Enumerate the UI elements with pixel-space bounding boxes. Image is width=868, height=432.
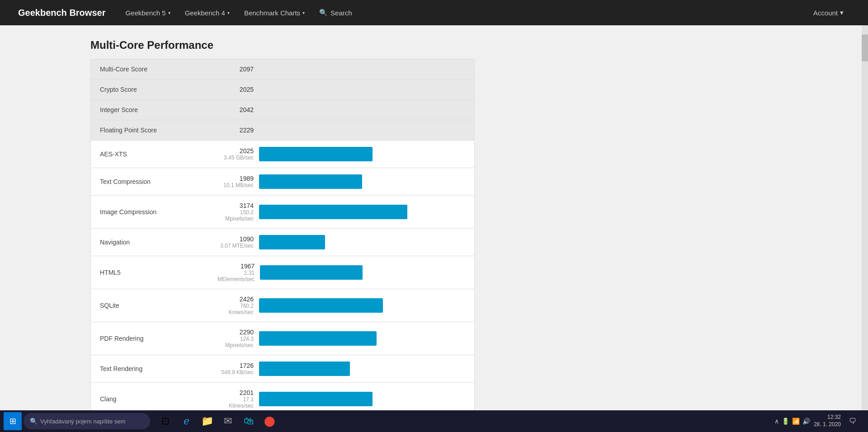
nav-benchmark-charts[interactable]: Benchmark Charts ▾ <box>238 5 311 20</box>
score-bar <box>259 362 350 376</box>
benchmark-sub: 124.3 Mpixels/sec <box>217 336 254 348</box>
score-bar <box>259 298 383 313</box>
taskbar-apps: ⊡ ℯ 📁 ✉ 🛍 ⬤ <box>156 411 279 431</box>
score-bar <box>259 331 377 346</box>
summary-row-integer: Integer Score 2042 <box>91 100 474 120</box>
score-label: Floating Point Score <box>100 127 217 134</box>
chevron-down-icon: ▾ <box>227 10 230 15</box>
benchmark-label: Text Compression <box>100 178 217 185</box>
score-bar <box>259 205 407 219</box>
score-bar-container <box>254 298 465 313</box>
benchmark-sub: 549.9 KB/sec <box>217 369 254 376</box>
score-label: Integer Score <box>100 106 217 113</box>
benchmark-sub: 3.07 MTE/sec <box>217 243 254 249</box>
benchmark-row: Text Rendering 1726 549.9 KB/sec <box>91 355 474 383</box>
benchmark-row: Image Compression 3174 150.2 Mpixels/sec <box>91 196 474 229</box>
tray-arrow-icon: ∧ <box>774 418 779 425</box>
nav-search[interactable]: 🔍 Search <box>313 5 359 20</box>
score-bar-container <box>254 362 465 376</box>
page-title: Multi-Core Performance <box>90 39 814 52</box>
taskbar-date-value: 28. 1. 2020 <box>814 421 841 428</box>
benchmark-row: AES-XTS 2025 3.45 GB/sec <box>91 141 474 168</box>
nav-account[interactable]: Account ▾ <box>807 5 850 20</box>
search-icon: 🔍 <box>30 418 38 425</box>
score-label: Crypto Score <box>100 86 217 93</box>
benchmark-value: 2426 760.2 Krows/sec <box>217 296 254 315</box>
score-value: 2097 <box>217 66 254 73</box>
benchmark-row: SQLite 2426 760.2 Krows/sec <box>91 289 474 322</box>
chevron-down-icon: ▾ <box>302 10 305 15</box>
taskbar-store[interactable]: 🛍 <box>239 411 259 431</box>
summary-row-multicore: Multi-Core Score 2097 <box>91 59 474 80</box>
taskbar-chrome[interactable]: ⬤ <box>259 411 279 431</box>
taskbar-search-placeholder: Vyhľadávaný pojem napíšte sem <box>40 418 125 425</box>
score-bar <box>259 174 362 189</box>
benchmark-sub: 10.1 MB/sec <box>217 182 254 188</box>
benchmark-label: Image Compression <box>100 208 217 216</box>
taskbar-mail[interactable]: ✉ <box>218 411 238 431</box>
taskbar-edge[interactable]: ℯ <box>176 411 196 431</box>
score-value: 2042 <box>217 106 254 113</box>
score-bar <box>259 235 325 249</box>
scrollbar-thumb[interactable] <box>862 34 868 61</box>
score-bar-container <box>255 265 465 280</box>
benchmark-label: HTML5 <box>100 269 217 276</box>
benchmark-label: Navigation <box>100 239 217 246</box>
score-table: Multi-Core Score 2097 Crypto Score 2025 … <box>90 59 475 416</box>
taskbar-datetime: 12:32 28. 1. 2020 <box>814 414 841 428</box>
benchmark-value: 2201 17.1 Klines/sec <box>217 389 254 409</box>
chevron-down-icon: ▾ <box>840 9 844 17</box>
score-value: 2229 <box>217 127 254 134</box>
taskbar-tray: ∧ 🔋 📶 🔊 12:32 28. 1. 2020 🗨 <box>774 413 864 429</box>
benchmark-rows: AES-XTS 2025 3.45 GB/sec Text Compressio… <box>91 141 474 415</box>
start-button[interactable]: ⊞ <box>4 412 22 430</box>
benchmark-sub: 17.1 Klines/sec <box>217 396 254 409</box>
benchmark-value: 1726 549.9 KB/sec <box>217 362 254 376</box>
benchmark-label: Text Rendering <box>100 365 217 372</box>
taskbar-task-view[interactable]: ⊡ <box>156 411 175 431</box>
benchmark-value: 1989 10.1 MB/sec <box>217 175 254 188</box>
notification-button[interactable]: 🗨 <box>844 413 861 429</box>
score-bar <box>259 147 373 161</box>
search-icon: 🔍 <box>319 9 328 17</box>
main-content: Multi-Core Performance Multi-Core Score … <box>0 25 868 429</box>
score-bar <box>259 392 373 406</box>
score-bar-container <box>254 174 465 189</box>
score-bar-container <box>254 392 465 406</box>
benchmark-value: 1090 3.07 MTE/sec <box>217 235 254 249</box>
nav-geekbench4[interactable]: Geekbench 4 ▾ <box>179 5 236 20</box>
navbar: Geekbench Browser Geekbench 5 ▾ Geekbenc… <box>0 0 868 25</box>
score-bar-container <box>254 331 465 346</box>
scrollbar[interactable] <box>862 25 868 410</box>
score-bar-container <box>254 205 465 219</box>
benchmark-label: PDF Rendering <box>100 335 217 342</box>
score-bar <box>260 265 363 280</box>
benchmark-value: 1967 2.31 MElements/sec <box>217 263 255 282</box>
score-value: 2025 <box>217 86 254 93</box>
benchmark-value: 3174 150.2 Mpixels/sec <box>217 202 254 222</box>
summary-row-crypto: Crypto Score 2025 <box>91 80 474 100</box>
taskbar-time-value: 12:32 <box>814 414 841 421</box>
benchmark-sub: 760.2 Krows/sec <box>217 303 254 315</box>
benchmark-value: 2025 3.45 GB/sec <box>217 147 254 161</box>
benchmark-sub: 2.31 MElements/sec <box>217 270 255 282</box>
benchmark-value: 2290 124.3 Mpixels/sec <box>217 329 254 348</box>
summary-row-fp: Floating Point Score 2229 <box>91 120 474 141</box>
benchmark-label: Clang <box>100 395 217 403</box>
benchmark-row: Navigation 1090 3.07 MTE/sec <box>91 229 474 256</box>
benchmark-label: AES-XTS <box>100 150 217 158</box>
taskbar-tray-icons: ∧ 🔋 📶 🔊 <box>774 418 810 425</box>
nav-items: Geekbench 5 ▾ Geekbench 4 ▾ Benchmark Ch… <box>119 5 807 20</box>
score-bar-container <box>254 235 465 249</box>
benchmark-sub: 150.2 Mpixels/sec <box>217 209 254 222</box>
benchmark-row: Text Compression 1989 10.1 MB/sec <box>91 168 474 196</box>
chevron-down-icon: ▾ <box>168 10 170 15</box>
tray-wifi-icon: 📶 <box>792 418 800 425</box>
tray-battery-icon: 🔋 <box>782 418 789 425</box>
taskbar-explorer[interactable]: 📁 <box>197 411 217 431</box>
benchmark-label: SQLite <box>100 302 217 309</box>
nav-geekbench5[interactable]: Geekbench 5 ▾ <box>119 5 176 20</box>
brand-logo: Geekbench Browser <box>18 8 105 18</box>
tray-volume-icon: 🔊 <box>802 418 810 425</box>
taskbar-search[interactable]: 🔍 Vyhľadávaný pojem napíšte sem <box>24 413 150 429</box>
